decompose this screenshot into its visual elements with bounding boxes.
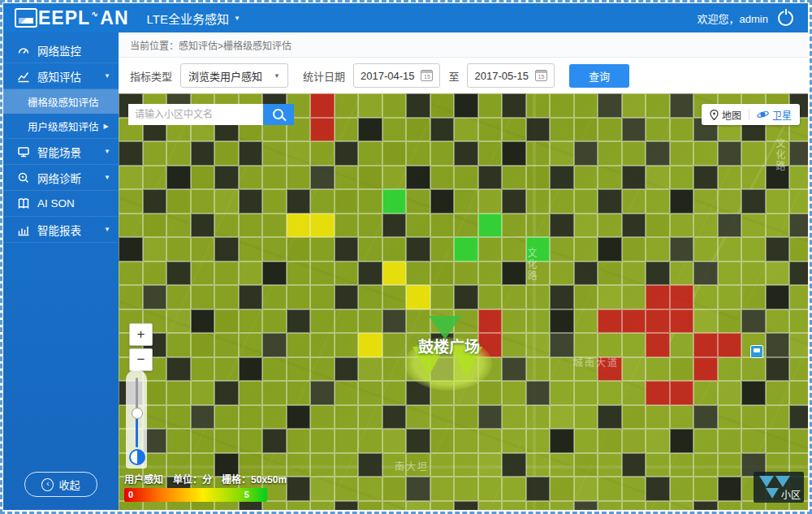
grid-cell[interactable] bbox=[406, 477, 430, 501]
grid-cell[interactable] bbox=[766, 429, 790, 453]
grid-cell[interactable] bbox=[550, 141, 574, 166]
grid-cell[interactable] bbox=[406, 405, 430, 430]
grid-cell[interactable] bbox=[670, 405, 694, 430]
grid-cell[interactable] bbox=[741, 237, 766, 261]
grid-cell[interactable] bbox=[310, 501, 335, 511]
grid-cell[interactable] bbox=[119, 285, 143, 309]
grid-cell[interactable] bbox=[382, 501, 407, 511]
grid-cell[interactable] bbox=[214, 166, 239, 190]
grid-cell[interactable] bbox=[191, 166, 215, 190]
maptype-satellite-option[interactable]: 卫星 bbox=[757, 108, 792, 122]
grid-cell[interactable] bbox=[358, 141, 382, 166]
grid-cell[interactable] bbox=[598, 189, 622, 214]
grid-cell[interactable] bbox=[310, 166, 335, 190]
grid-cell[interactable] bbox=[574, 118, 598, 142]
grid-cell[interactable] bbox=[430, 429, 455, 453]
grid-cell[interactable] bbox=[454, 189, 478, 214]
grid-cell[interactable] bbox=[718, 405, 742, 430]
grid-cell[interactable] bbox=[454, 214, 478, 238]
grid-cell[interactable] bbox=[143, 285, 167, 309]
grid-cell[interactable] bbox=[478, 405, 503, 430]
grid-cell[interactable] bbox=[166, 381, 191, 405]
grid-cell[interactable] bbox=[526, 189, 551, 214]
grid-cell[interactable] bbox=[526, 166, 551, 190]
grid-cell[interactable] bbox=[214, 285, 239, 309]
grid-cell[interactable] bbox=[598, 237, 622, 261]
grid-cell[interactable] bbox=[214, 309, 239, 334]
grid-cell[interactable] bbox=[478, 501, 503, 511]
grid-cell[interactable] bbox=[143, 214, 167, 238]
grid-cell[interactable] bbox=[718, 501, 742, 511]
grid-cell[interactable] bbox=[766, 166, 790, 190]
grid-cell[interactable] bbox=[382, 285, 407, 309]
grid-cell[interactable] bbox=[574, 501, 598, 511]
grid-cell[interactable] bbox=[718, 309, 742, 334]
grid-cell[interactable] bbox=[741, 429, 766, 453]
grid-cell[interactable] bbox=[766, 333, 790, 357]
grid-cell[interactable] bbox=[622, 477, 646, 501]
grid-cell[interactable] bbox=[693, 453, 718, 477]
grid-cell[interactable] bbox=[550, 333, 574, 357]
grid-cell[interactable] bbox=[670, 453, 694, 477]
grid-cell[interactable] bbox=[358, 309, 382, 334]
grid-cell[interactable] bbox=[406, 429, 430, 453]
grid-cell[interactable] bbox=[239, 237, 263, 261]
grid-cell[interactable] bbox=[646, 261, 670, 286]
grid-cell[interactable] bbox=[789, 405, 808, 430]
grid-cell[interactable] bbox=[478, 237, 503, 261]
grid-cell[interactable] bbox=[670, 93, 694, 118]
grid-cell[interactable] bbox=[670, 214, 694, 238]
grid-cell[interactable] bbox=[574, 453, 598, 477]
grid-cell[interactable] bbox=[382, 357, 407, 382]
grid-cell[interactable] bbox=[741, 285, 766, 309]
grid-cell[interactable] bbox=[382, 405, 407, 430]
grid-cell[interactable] bbox=[622, 166, 646, 190]
grid-cell[interactable] bbox=[430, 93, 455, 118]
grid-cell[interactable] bbox=[143, 501, 167, 511]
grid-cell[interactable] bbox=[550, 309, 574, 334]
grid-cell[interactable] bbox=[502, 381, 526, 405]
grid-cell[interactable] bbox=[214, 237, 239, 261]
grid-cell[interactable] bbox=[646, 357, 670, 382]
grid-cell[interactable] bbox=[287, 501, 311, 511]
grid-cell[interactable] bbox=[335, 357, 359, 382]
grid-cell[interactable] bbox=[598, 285, 622, 309]
grid-cell[interactable] bbox=[741, 309, 766, 334]
grid-cell[interactable] bbox=[262, 261, 287, 286]
grid-cell[interactable] bbox=[478, 453, 503, 477]
grid-cell[interactable] bbox=[214, 141, 239, 166]
grid-cell[interactable] bbox=[526, 381, 551, 405]
grid-cell[interactable] bbox=[502, 405, 526, 430]
grid-cell[interactable] bbox=[406, 285, 430, 309]
grid-cell[interactable] bbox=[693, 405, 718, 430]
grid-cell[interactable] bbox=[310, 477, 335, 501]
grid-cell[interactable] bbox=[335, 477, 359, 501]
grid-cell[interactable] bbox=[454, 429, 478, 453]
grid-cell[interactable] bbox=[670, 285, 694, 309]
grid-cell[interactable] bbox=[454, 477, 478, 501]
grid-cell[interactable] bbox=[622, 237, 646, 261]
grid-cell[interactable] bbox=[789, 357, 808, 382]
grid-cell[interactable] bbox=[430, 285, 455, 309]
grid-cell[interactable] bbox=[406, 309, 430, 334]
grid-cell[interactable] bbox=[789, 189, 808, 214]
grid-cell[interactable] bbox=[622, 189, 646, 214]
grid-cell[interactable] bbox=[718, 189, 742, 214]
grid-cell[interactable] bbox=[119, 166, 143, 190]
grid-cell[interactable] bbox=[693, 429, 718, 453]
grid-cell[interactable] bbox=[382, 261, 407, 286]
grid-cell[interactable] bbox=[191, 214, 215, 238]
grid-cell[interactable] bbox=[191, 237, 215, 261]
grid-cell[interactable] bbox=[478, 118, 503, 142]
grid-cell[interactable] bbox=[741, 214, 766, 238]
grid-cell[interactable] bbox=[502, 285, 526, 309]
grid-cell[interactable] bbox=[741, 166, 766, 190]
grid-cell[interactable] bbox=[526, 357, 551, 382]
zoom-out-button[interactable]: − bbox=[129, 348, 153, 371]
grid-cell[interactable] bbox=[574, 381, 598, 405]
grid-cell[interactable] bbox=[382, 429, 407, 453]
grid-cell[interactable] bbox=[693, 189, 718, 214]
grid-cell[interactable] bbox=[622, 453, 646, 477]
grid-cell[interactable] bbox=[287, 309, 311, 334]
search-button[interactable] bbox=[263, 104, 294, 125]
